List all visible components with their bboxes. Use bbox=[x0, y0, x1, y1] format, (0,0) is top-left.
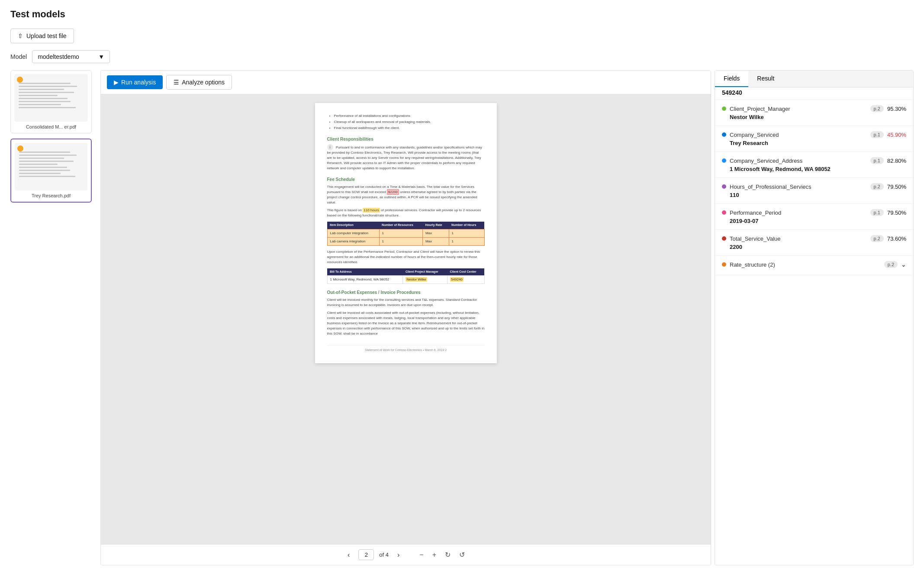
field-page-3: p.2 bbox=[870, 183, 884, 190]
field-name-4: Performance_Period bbox=[730, 210, 867, 216]
file-name-1: Trey Research.pdf bbox=[15, 193, 87, 198]
field-item-5: Total_Service_Valuep.273.60%2200 bbox=[715, 230, 913, 256]
cost-highlight: 549240 bbox=[450, 277, 464, 282]
table-cell: Max bbox=[422, 237, 449, 245]
main-content: Consolidated M... er.pdf bbox=[10, 70, 914, 565]
table-header: Item Description bbox=[327, 222, 379, 229]
analyze-options-button[interactable]: ☰ Analyze options bbox=[166, 75, 232, 90]
nav-tools: − + ↻ ↺ bbox=[417, 549, 467, 561]
field-header-0: Client_Project_Managerp.295.30% bbox=[722, 105, 906, 112]
file-line bbox=[19, 107, 76, 108]
chevron-down-icon-6[interactable]: ⌄ bbox=[901, 261, 906, 268]
table-cell: 1 bbox=[449, 229, 484, 237]
table-header: Hourly Rate bbox=[422, 222, 449, 229]
field-dot-2 bbox=[722, 158, 726, 163]
doc-table-2: Bill To Address Client Project Manager C… bbox=[327, 268, 485, 284]
field-header-2: Company_Serviced_Addressp.182.80% bbox=[722, 157, 906, 164]
table-cell: 1 Microsoft Way, Redmond, WA 98052 bbox=[327, 276, 403, 284]
next-page-button[interactable]: › bbox=[394, 549, 403, 561]
file-lines-0 bbox=[19, 83, 84, 110]
fields-body: 549240 Client_Project_Managerp.295.30%Ne… bbox=[715, 87, 913, 565]
field-name-6: Rate_structure (2) bbox=[730, 261, 881, 268]
model-row: Model modeltestdemo ▼ bbox=[10, 50, 914, 63]
field-page-2: p.1 bbox=[870, 157, 884, 164]
field-confidence-1: 45.90% bbox=[887, 132, 906, 138]
upload-button[interactable]: ⇧ Upload test file bbox=[10, 29, 74, 43]
field-dot-4 bbox=[722, 210, 726, 215]
section1-title: Client Responsibilities bbox=[327, 136, 485, 142]
section2-title: Fee Schedule bbox=[327, 176, 485, 183]
field-name-5: Total_Service_Value bbox=[730, 235, 867, 242]
file-item-0[interactable]: Consolidated M... er.pdf bbox=[10, 70, 92, 133]
chevron-down-icon: ▼ bbox=[98, 53, 104, 60]
section1-text: i Pursuant to and in conformance with an… bbox=[327, 144, 485, 171]
file-line bbox=[19, 176, 75, 177]
field-item-1: Company_Servicedp.145.90%Trey Research bbox=[715, 126, 913, 152]
doc-table-1: Item Description Number of Resources Hou… bbox=[327, 222, 485, 246]
field-header-3: Hours_of_Professional_Serviecsp.279.50% bbox=[722, 183, 906, 190]
field-value-4: 2019-03-07 bbox=[722, 218, 906, 224]
file-line bbox=[19, 89, 64, 90]
field-dot-3 bbox=[722, 184, 726, 189]
fields-list: Client_Project_Managerp.295.30%Nestor Wi… bbox=[715, 100, 913, 275]
file-dot-1 bbox=[17, 145, 23, 152]
file-line bbox=[19, 170, 70, 171]
toolbar: ⇧ Upload test file bbox=[10, 29, 914, 43]
field-value-1: Trey Research bbox=[722, 140, 906, 146]
bullet-item: Performance of all installations and con… bbox=[334, 113, 485, 119]
rotate-button[interactable]: ↻ bbox=[442, 549, 453, 561]
field-item-0: Client_Project_Managerp.295.30%Nestor Wi… bbox=[715, 100, 913, 126]
file-line bbox=[19, 158, 64, 159]
field-confidence-3: 79.50% bbox=[887, 184, 906, 190]
tab-result[interactable]: Result bbox=[748, 71, 783, 87]
field-dot-1 bbox=[722, 132, 726, 137]
zoom-out-button[interactable]: − bbox=[417, 549, 426, 561]
file-lines-1 bbox=[19, 152, 83, 179]
field-confidence-0: 95.30% bbox=[887, 106, 906, 112]
doc-nav: ‹ 2 of 4 › − + ↻ ↺ bbox=[101, 544, 711, 565]
file-thumbnail-0 bbox=[14, 74, 88, 122]
field-page-0: p.2 bbox=[870, 105, 884, 112]
table-cell: 549240 bbox=[448, 276, 484, 284]
section3-text2: Client will be invoiced all costs associ… bbox=[327, 310, 485, 336]
zoom-in-button[interactable]: + bbox=[430, 549, 439, 561]
field-value-5: 2200 bbox=[722, 244, 906, 250]
table-cell: 1 bbox=[379, 229, 422, 237]
total-pages: of 4 bbox=[379, 551, 389, 558]
table-cell: Lab computer integration bbox=[327, 229, 379, 237]
file-list: Consolidated M... er.pdf bbox=[10, 70, 97, 565]
table-cell: Lab camera integration bbox=[327, 237, 379, 245]
file-item-1[interactable]: Trey Research.pdf bbox=[10, 139, 92, 203]
table-header: Client Project Manager bbox=[403, 268, 448, 276]
upload-icon: ⇧ bbox=[18, 32, 23, 39]
file-line bbox=[19, 95, 58, 96]
file-line bbox=[19, 92, 74, 93]
file-line bbox=[19, 173, 61, 174]
run-analysis-button[interactable]: ▶ Run analysis bbox=[107, 75, 163, 89]
doc-page: Performance of all installations and con… bbox=[315, 103, 497, 363]
file-line bbox=[19, 161, 74, 162]
file-line bbox=[19, 101, 71, 102]
field-header-6: Rate_structure (2)p.2⌄ bbox=[722, 261, 906, 268]
prev-page-button[interactable]: ‹ bbox=[344, 549, 353, 561]
field-name-2: Company_Serviced_Address bbox=[730, 158, 867, 164]
section2-text1: This engagement will be conducted on a T… bbox=[327, 184, 485, 205]
page-number-display[interactable]: 2 bbox=[358, 549, 374, 560]
doc-toolbar: ▶ Run analysis ☰ Analyze options bbox=[101, 71, 711, 94]
model-selector[interactable]: modeltestdemo ▼ bbox=[32, 50, 110, 63]
table-header: Number of Hours bbox=[449, 222, 484, 229]
field-confidence-2: 82.80% bbox=[887, 158, 906, 164]
field-name-1: Company_Serviced bbox=[730, 132, 867, 138]
model-value: modeltestdemo bbox=[38, 53, 79, 60]
doc-footer: Statement of Work for Contoso Electronic… bbox=[327, 345, 485, 353]
fit-button[interactable]: ↺ bbox=[457, 549, 467, 561]
doc-content: Performance of all installations and con… bbox=[101, 94, 711, 544]
field-item-2: Company_Serviced_Addressp.182.80%1 Micro… bbox=[715, 152, 913, 178]
table-row: 1 Microsoft Way, Redmond, WA 98052 Nesto… bbox=[327, 276, 484, 284]
field-header-5: Total_Service_Valuep.273.60% bbox=[722, 235, 906, 242]
field-value-0: Nestor Wilke bbox=[722, 114, 906, 120]
field-item-6: Rate_structure (2)p.2⌄ bbox=[715, 256, 913, 275]
sliders-icon: ☰ bbox=[174, 79, 179, 86]
file-line bbox=[19, 104, 61, 105]
tab-fields[interactable]: Fields bbox=[715, 71, 748, 87]
